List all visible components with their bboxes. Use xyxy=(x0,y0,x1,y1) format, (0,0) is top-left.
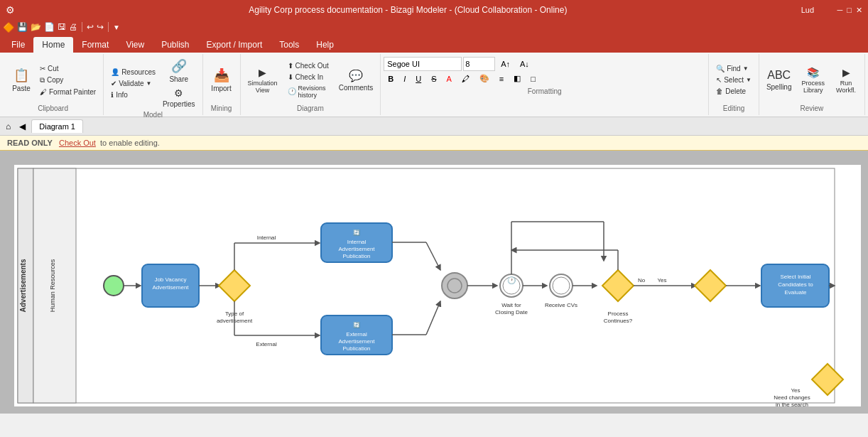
run-workflow-button[interactable]: ▶ RunWorkfl. xyxy=(832,65,860,95)
bold-button[interactable]: B xyxy=(384,73,398,85)
info-button[interactable]: ℹ Info xyxy=(108,90,158,100)
comments-icon: 💬 xyxy=(349,69,363,82)
svg-text:Evaluate: Evaluate xyxy=(784,289,807,296)
editing-label: Editing xyxy=(713,104,754,112)
shape-outline-button[interactable]: □ xyxy=(526,73,540,85)
copy-button[interactable]: ⧉ Copy xyxy=(37,75,99,86)
format-painter-button[interactable]: 🖌 Format Painter xyxy=(37,87,99,97)
tab-format[interactable]: Format xyxy=(73,37,117,53)
check-in-icon: ⬇ xyxy=(288,73,293,81)
svg-text:Advertisement: Advertisement xyxy=(338,246,375,252)
revisions-history-button[interactable]: 🕐 Revisionshistory xyxy=(285,83,332,100)
window-title: Agility Corp process documentation - Biz… xyxy=(15,5,801,15)
find-dropdown-icon[interactable]: ▼ xyxy=(743,65,749,72)
svg-text:Yes: Yes xyxy=(657,277,666,284)
svg-text:Internal: Internal xyxy=(347,239,367,245)
select-gw[interactable] xyxy=(695,270,726,301)
check-out-button[interactable]: ⬆ Check Out xyxy=(285,60,332,71)
canvas-area[interactable]: Advertisements Human Resources Job Vacan… xyxy=(0,151,868,414)
open-icon[interactable]: 📂 xyxy=(31,22,41,32)
readonly-bar: READ ONLY Check Out to enable editing. xyxy=(0,136,868,151)
model-label: Model xyxy=(108,111,197,119)
type-gateway[interactable] xyxy=(219,270,250,301)
align-button[interactable]: ≡ xyxy=(495,73,508,85)
quick-save-icon[interactable]: 🖫 xyxy=(58,22,66,32)
strikethrough-button[interactable]: S xyxy=(427,73,440,85)
minimize-btn[interactable]: ─ xyxy=(837,6,843,15)
validate-dropdown-icon[interactable]: ▼ xyxy=(146,80,152,87)
tab-tools[interactable]: Tools xyxy=(271,37,308,53)
tab-help[interactable]: Help xyxy=(308,37,342,53)
tab-home[interactable]: Home xyxy=(33,37,73,53)
undo-icon[interactable]: ↩ xyxy=(87,22,94,32)
receive-cvs-event[interactable] xyxy=(550,274,573,297)
fill-color-button[interactable]: 🎨 xyxy=(475,72,494,85)
spelling-button[interactable]: ABC Spelling xyxy=(764,68,795,92)
new-icon[interactable]: 📄 xyxy=(44,22,55,32)
tab-export-import[interactable]: Export / Import xyxy=(198,37,271,53)
app-icon: ⚙ xyxy=(6,4,15,16)
tab-file[interactable]: File xyxy=(3,37,33,53)
shape-fill-button[interactable]: ◧ xyxy=(509,72,525,85)
check-in-button[interactable]: ⬇ Check In xyxy=(285,72,332,82)
print-icon[interactable]: 🖨 xyxy=(69,22,77,32)
model-group: 👤 Resources ✔ Validate ▼ ℹ Info xyxy=(104,54,202,115)
font-color-button[interactable]: A xyxy=(442,73,455,85)
process-continues-gw[interactable] xyxy=(602,270,634,301)
need-changes-gw[interactable] xyxy=(812,364,843,395)
svg-text:Internal: Internal xyxy=(257,234,276,241)
font-size-input[interactable] xyxy=(463,57,495,71)
share-icon: 🔗 xyxy=(171,58,187,74)
paste-button[interactable]: 📋 Paste xyxy=(7,66,36,94)
svg-text:Yes: Yes xyxy=(791,387,800,394)
select-dropdown-icon[interactable]: ▼ xyxy=(746,77,752,83)
find-button[interactable]: 🔍 Find ▼ xyxy=(713,63,754,74)
delete-icon: 🗑 xyxy=(716,87,723,95)
editing-group: 🔍 Find ▼ ↖ Select ▼ 🗑 Delete Editing xyxy=(709,54,759,115)
tab-publish[interactable]: Publish xyxy=(153,37,197,53)
simulation-view-button[interactable]: ▶ SimulationView xyxy=(245,65,281,95)
properties-button[interactable]: ⚙ Properties xyxy=(160,86,198,109)
diagram-nav-home[interactable]: ⌂ xyxy=(3,120,13,133)
merge-gateway[interactable] xyxy=(442,273,467,298)
formatting-group: A↑ A↓ B I U S A 🖍 🎨 ≡ ◧ □ Formatting xyxy=(381,54,709,115)
maximize-btn[interactable]: □ xyxy=(847,6,852,15)
import-button[interactable]: 📥 Import xyxy=(207,66,236,94)
underline-button[interactable]: U xyxy=(411,73,425,85)
diagram-nav-back[interactable]: ◀ xyxy=(16,120,28,133)
run-workflow-icon: ▶ xyxy=(842,67,850,78)
readonly-text: READ ONLY xyxy=(7,139,53,147)
svg-text:🕐: 🕐 xyxy=(507,276,516,285)
check-out-link[interactable]: Check Out xyxy=(59,139,96,147)
close-btn[interactable]: ✕ xyxy=(856,6,862,15)
diagram-tab-1[interactable]: Diagram 1 xyxy=(31,119,83,133)
properties-icon: ⚙ xyxy=(174,87,183,99)
redo-icon[interactable]: ↪ xyxy=(97,22,104,32)
find-icon: 🔍 xyxy=(716,65,725,72)
delete-button[interactable]: 🗑 Delete xyxy=(713,86,754,97)
share-button[interactable]: 🔗 Share xyxy=(165,57,193,85)
font-grow-button[interactable]: A↑ xyxy=(497,58,514,70)
diagram-label: Diagram xyxy=(245,104,376,112)
comments-button[interactable]: 💬 Comments xyxy=(336,68,376,93)
highlight-button[interactable]: 🖍 xyxy=(457,73,474,85)
process-library-icon: 📚 xyxy=(807,67,819,78)
svg-text:Advertisement: Advertisement xyxy=(152,284,189,291)
start-event[interactable] xyxy=(104,276,124,296)
font-shrink-button[interactable]: A↓ xyxy=(516,58,533,70)
tab-view[interactable]: View xyxy=(117,37,153,53)
validate-icon: ✔ xyxy=(111,80,116,87)
cut-button[interactable]: ✂ Cut xyxy=(37,63,99,74)
readonly-suffix: to enable editing. xyxy=(100,139,160,147)
import-icon: 📥 xyxy=(214,68,229,83)
select-icon: ↖ xyxy=(716,76,722,84)
validate-button[interactable]: ✔ Validate ▼ xyxy=(108,78,158,89)
svg-text:No: No xyxy=(638,277,646,284)
font-name-input[interactable] xyxy=(384,57,462,71)
more-icon[interactable]: ▼ xyxy=(113,23,120,31)
save-icon[interactable]: 💾 xyxy=(17,22,28,32)
italic-button[interactable]: I xyxy=(399,73,410,85)
resources-button[interactable]: 👤 Resources xyxy=(108,67,158,77)
select-button[interactable]: ↖ Select ▼ xyxy=(713,75,754,85)
process-library-button[interactable]: 📚 ProcessLibrary xyxy=(798,65,828,95)
